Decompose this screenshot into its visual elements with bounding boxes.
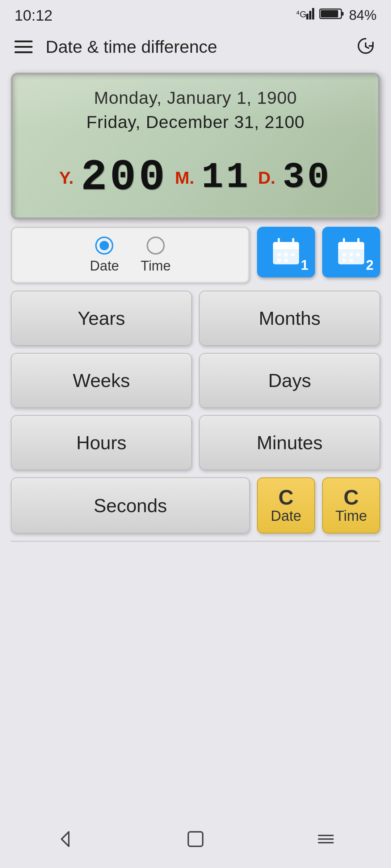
battery-icon	[319, 7, 345, 24]
page-title: Date & time difference	[46, 37, 217, 57]
svg-rect-11	[273, 246, 299, 249]
mode-radio-panel: Date Time	[11, 227, 250, 284]
year-value: 200	[81, 156, 168, 199]
months-button[interactable]: Months	[199, 291, 380, 346]
month-label: M.	[175, 168, 194, 188]
status-time: 10:12	[14, 7, 52, 24]
svg-rect-27	[342, 259, 346, 262]
svg-rect-6	[321, 10, 338, 17]
calendar1-button[interactable]: 1	[257, 227, 315, 277]
recent-apps-button[interactable]	[311, 825, 340, 854]
svg-rect-21	[338, 246, 364, 249]
date-radio-label: Date	[90, 258, 119, 274]
day-label: D.	[258, 168, 276, 188]
svg-rect-28	[349, 259, 353, 262]
svg-rect-24	[342, 253, 346, 256]
calendar2-button[interactable]: 2	[322, 227, 380, 277]
svg-rect-3	[312, 8, 314, 20]
clear-date-button[interactable]: C Date	[257, 477, 315, 533]
divider	[11, 541, 380, 542]
time-radio-circle[interactable]	[147, 237, 165, 255]
clear-time-button[interactable]: C Time	[322, 477, 380, 533]
weeks-button[interactable]: Weeks	[11, 353, 192, 408]
svg-rect-26	[356, 253, 360, 256]
status-icons: ⁴G 84%	[296, 7, 377, 24]
clear-date-c: C	[278, 487, 294, 508]
display-dates: Monday, January 1, 1900 Friday, December…	[28, 86, 363, 134]
hours-button[interactable]: Hours	[11, 415, 192, 470]
top-row: Date Time 1	[11, 227, 380, 284]
seconds-clear-row: Seconds C Date C Time	[11, 477, 380, 533]
clear-time-label: Time	[335, 508, 367, 524]
back-button[interactable]	[51, 825, 80, 854]
date1-display: Monday, January 1, 1900	[28, 86, 363, 110]
date-radio-option[interactable]: Date	[90, 237, 119, 274]
day-value: 30	[283, 159, 332, 196]
weeks-days-row: Weeks Days	[11, 353, 380, 408]
home-button[interactable]	[181, 825, 210, 854]
svg-rect-16	[291, 253, 295, 256]
month-value: 11	[202, 159, 251, 196]
status-bar: 10:12 ⁴G 84%	[0, 0, 391, 28]
display-panel: Monday, January 1, 1900 Friday, December…	[11, 73, 380, 220]
display-values: Y. 200 M. 11 D. 30	[28, 149, 363, 207]
menu-button[interactable]	[14, 41, 33, 53]
time-radio-label: Time	[141, 258, 171, 274]
svg-rect-14	[277, 253, 281, 256]
year-label: Y.	[59, 168, 73, 188]
date-radio-circle[interactable]	[95, 237, 113, 255]
days-button[interactable]: Days	[199, 353, 380, 408]
battery-percent: 84%	[349, 8, 377, 23]
cal1-number: 1	[301, 258, 308, 273]
years-button[interactable]: Years	[11, 291, 192, 346]
svg-rect-25	[349, 253, 353, 256]
minutes-button[interactable]: Minutes	[199, 415, 380, 470]
history-button[interactable]	[355, 35, 377, 58]
date2-display: Friday, December 31, 2100	[28, 110, 363, 134]
seconds-button[interactable]: Seconds	[11, 477, 250, 533]
app-header: Date & time difference	[0, 28, 391, 65]
clear-date-label: Date	[271, 508, 302, 524]
buttons-section: Date Time 1	[11, 227, 380, 533]
svg-rect-17	[277, 259, 281, 262]
clear-time-c: C	[344, 487, 359, 508]
svg-rect-18	[284, 259, 288, 262]
svg-rect-15	[284, 253, 288, 256]
cal2-number: 2	[366, 258, 374, 273]
svg-rect-5	[341, 12, 344, 16]
time-radio-option[interactable]: Time	[141, 237, 171, 274]
svg-text:⁴G: ⁴G	[296, 9, 307, 19]
svg-rect-30	[188, 832, 203, 846]
svg-rect-2	[309, 11, 311, 20]
svg-line-8	[366, 47, 369, 48]
years-months-row: Years Months	[11, 291, 380, 346]
signal-icon: ⁴G	[296, 7, 315, 24]
nav-bar	[0, 817, 391, 868]
hours-minutes-row: Hours Minutes	[11, 415, 380, 470]
svg-marker-29	[62, 832, 69, 846]
svg-rect-1	[306, 14, 308, 20]
